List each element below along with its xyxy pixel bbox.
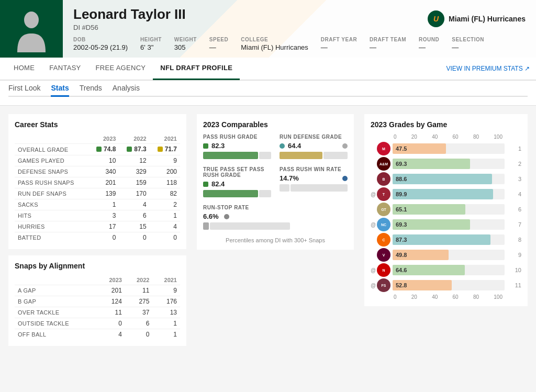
- grade-bar: 87.3: [393, 234, 490, 245]
- grade-value: 65.1: [396, 206, 407, 212]
- game-number: 10: [507, 267, 521, 273]
- game-number: 11: [507, 282, 521, 288]
- rsr-value-row: 6.6%: [203, 212, 348, 220]
- game-number: 2: [507, 161, 521, 167]
- team-logo: U: [428, 10, 444, 27]
- rdg-value-row: 64.4: [280, 142, 348, 150]
- val-2022: 6: [119, 210, 149, 221]
- round-value: —: [419, 43, 439, 51]
- view-premium-link[interactable]: VIEW IN PREMIUM STATS ↗: [446, 65, 530, 72]
- prwr-dot: [342, 176, 348, 181]
- val-2022: 0: [119, 232, 149, 243]
- tps-label: TRUE PASS SET PASS RUSH GRADE: [203, 166, 271, 178]
- snap-col-2021: 2021: [152, 275, 180, 285]
- stat-label: HITS: [15, 210, 88, 221]
- bar-area: 89.9: [393, 189, 505, 199]
- team-logo-small: FS: [377, 278, 390, 292]
- val-2022: 329: [119, 166, 149, 177]
- dob-label: DOB: [73, 37, 128, 42]
- prg-label: PASS RUSH GRADE: [203, 134, 271, 140]
- rsr-label: RUN-STOP RATE: [203, 205, 348, 210]
- player-details: DOB 2002-05-29 (21.9) HEIGHT 6' 3" WEIGH…: [73, 37, 526, 51]
- grade-bar: 88.6: [393, 174, 492, 184]
- game-chart-rows: M47.51A&M69.32B88.63@T89.94GT65.16@NC69.…: [371, 142, 521, 292]
- col-2023: 2023: [88, 134, 119, 144]
- snap-label: B GAP: [15, 296, 97, 307]
- team-logo-small: B: [377, 172, 390, 186]
- bar-area: 88.6: [393, 174, 505, 184]
- run-defense-grade: RUN DEFENSE GRADE 64.4: [280, 134, 348, 159]
- grade-2023: 74.8: [96, 145, 116, 153]
- career-stat-row: HITS361: [15, 210, 180, 221]
- grade-value: 49.8: [396, 252, 407, 258]
- snap-2023: 124: [97, 296, 125, 307]
- rsr-bar: [203, 222, 290, 230]
- stat-label: BATTED: [15, 232, 88, 243]
- grade-2022: 87.3: [127, 145, 146, 153]
- grade-value: 87.3: [396, 237, 407, 243]
- weight-label: WEIGHT: [174, 37, 197, 42]
- game-row: @NC69.37: [371, 218, 521, 231]
- round-label: ROUND: [419, 37, 439, 42]
- tps-bar-empty: [259, 190, 271, 197]
- stat-label: SACKS: [15, 199, 88, 210]
- nav-nfl-draft[interactable]: NFL DRAFT PROFILE: [153, 57, 240, 80]
- grades-by-game-section: 2023 Grades by Game 0 20 40 60 80 100 M4…: [364, 114, 528, 306]
- player-silhouette: [0, 5, 63, 52]
- at-indicator: @: [371, 283, 377, 288]
- prwr-bar: [280, 184, 348, 192]
- left-column: Career Stats 2023 2022 2021 OVERALL GRAD…: [8, 114, 186, 346]
- val-2021: 9: [150, 155, 180, 166]
- game-row: B88.63: [371, 172, 521, 186]
- round-col: ROUND —: [419, 37, 439, 51]
- selection-label: SELECTION: [452, 37, 484, 42]
- snap-2021: 176: [152, 296, 180, 307]
- tab-first-look[interactable]: First Look: [8, 81, 40, 97]
- bar-area: 65.1: [393, 204, 505, 215]
- snap-2022: 37: [125, 307, 153, 318]
- tab-trends[interactable]: Trends: [80, 81, 102, 97]
- game-row: M47.51: [371, 142, 521, 155]
- career-stats-title: Career Stats: [15, 120, 180, 129]
- draft-team-label: DRAFT TEAM: [370, 37, 406, 42]
- val-2021: 1: [150, 210, 180, 221]
- grade-bar: 89.9: [393, 189, 493, 199]
- game-row: C87.38: [371, 233, 521, 247]
- player-info: Leonard Taylor III DI #D56 DOB 2002-05-2…: [63, 0, 536, 58]
- selection-value: —: [452, 43, 484, 51]
- nav-home[interactable]: HOME: [6, 57, 42, 80]
- speed-value: —: [209, 43, 228, 51]
- stat-label: OVERALL GRADE: [15, 144, 88, 155]
- college-label: COLLEGE: [241, 37, 308, 42]
- rdg-value: 64.4: [288, 142, 301, 150]
- rsr-value: 6.6%: [203, 212, 219, 220]
- grade-bar: 49.8: [393, 250, 449, 260]
- prg-bar-empty: [259, 152, 271, 159]
- prg-value: 82.3: [211, 142, 225, 150]
- true-pass-set: TRUE PASS SET PASS RUSH GRADE 82.4: [203, 166, 271, 197]
- career-stat-row: PASS RUSH SNAPS201159118: [15, 177, 180, 188]
- height-value: 6' 3": [140, 43, 162, 51]
- val-2022: 159: [119, 177, 149, 188]
- nav-free-agency[interactable]: FREE AGENCY: [88, 57, 153, 80]
- prwr-bar-fill: [280, 184, 289, 192]
- sub-nav-container: First Look Stats Trends Analysis: [0, 81, 536, 106]
- tab-stats[interactable]: Stats: [51, 81, 69, 97]
- val-2023: 10: [88, 155, 119, 166]
- right-column: 2023 Grades by Game 0 20 40 60 80 100 M4…: [364, 114, 528, 346]
- grade-bar: 65.1: [393, 204, 465, 215]
- career-stat-row: SACKS142: [15, 199, 180, 210]
- main-content: Career Stats 2023 2022 2021 OVERALL GRAD…: [0, 106, 536, 354]
- team-logo-small: V: [377, 248, 390, 262]
- tab-analysis[interactable]: Analysis: [113, 81, 140, 97]
- prg-value-row: 82.3: [203, 142, 271, 150]
- snap-row: OFF BALL401: [15, 329, 180, 340]
- chart-axis-top: 0 20 40 60 80 100: [371, 134, 521, 140]
- val-2023: 139: [88, 188, 119, 199]
- rdg-label: RUN DEFENSE GRADE: [280, 134, 348, 140]
- at-indicator: @: [371, 192, 377, 197]
- nav-fantasy[interactable]: FANTASY: [42, 57, 88, 80]
- team-logo-small: GT: [377, 203, 390, 216]
- grade-2021: 71.7: [158, 145, 177, 153]
- snap-col-2023: 2023: [97, 275, 125, 285]
